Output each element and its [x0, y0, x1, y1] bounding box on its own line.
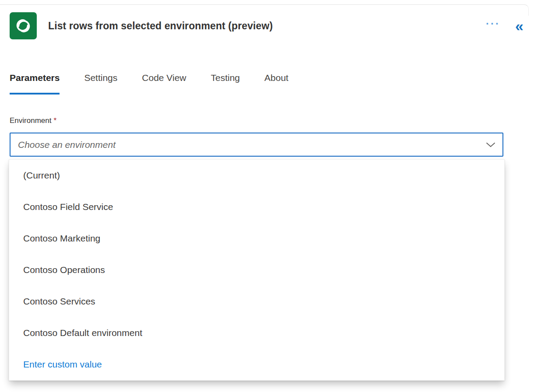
environment-label-text: Environment [10, 116, 51, 125]
environment-combobox[interactable]: Choose an environment [10, 133, 503, 157]
action-title: List rows from selected environment (pre… [48, 12, 273, 39]
dropdown-option-current[interactable]: (Current) [9, 160, 504, 191]
header-actions: ··· « [486, 12, 523, 39]
chevron-down-icon[interactable] [486, 142, 495, 147]
tab-code-view[interactable]: Code View [142, 73, 186, 93]
dropdown-option-contoso-default-environment[interactable]: Contoso Default environment [9, 317, 504, 349]
required-marker: * [53, 116, 56, 125]
environment-dropdown-list: (Current) Contoso Field Service Contoso … [9, 159, 505, 381]
tab-parameters[interactable]: Parameters [10, 73, 60, 94]
environment-field-label: Environment* [10, 116, 56, 125]
double-chevron-left-icon[interactable]: « [515, 18, 523, 33]
tab-settings[interactable]: Settings [84, 73, 117, 93]
action-header: List rows from selected environment (pre… [10, 12, 523, 39]
tab-strip: Parameters Settings Code View Testing Ab… [10, 73, 523, 94]
environment-combobox-placeholder: Choose an environment [18, 140, 482, 150]
action-panel: List rows from selected environment (pre… [0, 0, 534, 392]
tab-about[interactable]: About [264, 73, 288, 93]
dropdown-option-contoso-operations[interactable]: Contoso Operations [9, 254, 504, 286]
ellipsis-icon[interactable]: ··· [486, 19, 500, 32]
dataverse-icon [10, 12, 37, 39]
dropdown-option-contoso-services[interactable]: Contoso Services [9, 286, 504, 317]
dropdown-option-contoso-field-service[interactable]: Contoso Field Service [9, 191, 504, 223]
tab-testing[interactable]: Testing [211, 73, 240, 93]
dropdown-option-contoso-marketing[interactable]: Contoso Marketing [9, 223, 504, 254]
enter-custom-value-link[interactable]: Enter custom value [9, 349, 504, 380]
